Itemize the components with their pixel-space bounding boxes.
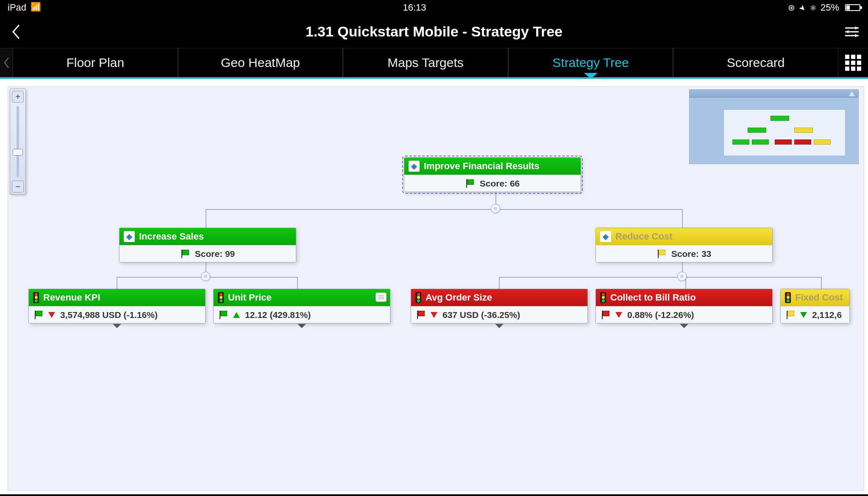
page-title: 1.31 Quickstart Mobile - Strategy Tree [25, 23, 843, 40]
status-time: 16:13 [41, 2, 788, 13]
expand-toggle[interactable] [298, 324, 306, 328]
zoom-thumb[interactable] [13, 149, 23, 156]
trend-down-icon [48, 312, 55, 318]
app-navbar: 1.31 Quickstart Mobile - Strategy Tree [0, 15, 868, 48]
connector-junction[interactable] [677, 272, 687, 281]
tab-maps-targets[interactable]: Maps Targets [343, 48, 508, 77]
connector [499, 277, 500, 289]
node-increase-sales[interactable]: ◈ Increase Sales Score: 99 [119, 228, 296, 262]
tab-label: Floor Plan [66, 56, 124, 70]
tab-floor-plan[interactable]: Floor Plan [13, 48, 178, 77]
node-header: Fixed Cost [781, 289, 849, 306]
grid-icon [845, 55, 861, 71]
node-title: Fixed Cost [795, 292, 843, 303]
node-body: 2,112,6 [781, 306, 849, 323]
node-revenue-kpi[interactable]: Revenue KPI 3,574,988 USD (-1.16%) [28, 289, 206, 323]
expand-toggle[interactable] [495, 324, 504, 328]
tab-label: Maps Targets [387, 56, 464, 70]
flag-icon [657, 249, 666, 259]
flag-icon [181, 249, 190, 259]
node-collect-to-bill[interactable]: Collect to Bill Ratio 0.88% (-12.26%) [595, 289, 773, 323]
kpi-value: 2,112,6 [812, 310, 842, 320]
node-header: Revenue KPI [29, 289, 205, 306]
node-title: Improve Financial Results [424, 161, 540, 172]
trend-down-icon [431, 312, 437, 318]
node-body: 12.12 (429.81%) [214, 306, 390, 323]
svg-marker-3 [846, 30, 849, 33]
strategy-tree-canvas[interactable]: + − [8, 86, 864, 490]
battery-percent: 25% [821, 2, 839, 13]
node-title: Unit Price [228, 292, 272, 303]
svg-marker-6 [849, 91, 855, 96]
expand-toggle[interactable] [113, 324, 121, 328]
flag-icon [34, 310, 43, 320]
comment-icon[interactable] [376, 293, 387, 302]
back-button[interactable] [8, 23, 25, 40]
minimap[interactable] [689, 89, 859, 164]
traffic-light-icon [600, 292, 606, 303]
connector [297, 277, 298, 289]
node-title: Revenue KPI [43, 292, 100, 303]
kpi-value: 0.88% (-12.26%) [627, 310, 694, 320]
node-header: Unit Price [214, 289, 390, 306]
bluetooth-icon [810, 2, 816, 13]
flag-icon [416, 310, 426, 320]
node-body: 0.88% (-12.26%) [596, 306, 772, 323]
node-body: Score: 66 [404, 175, 581, 192]
minimap-viewport[interactable] [723, 109, 846, 156]
svg-marker-1 [855, 26, 858, 30]
node-body: 3,574,988 USD (-1.16%) [29, 306, 205, 323]
tab-label: Scorecard [727, 56, 785, 70]
tab-label: Strategy Tree [553, 56, 629, 70]
canvas-container: + − [0, 79, 868, 494]
battery-icon [845, 4, 860, 11]
connector [821, 277, 822, 289]
zoom-track[interactable] [17, 106, 19, 177]
connector [682, 209, 683, 228]
ios-status-bar: iPad 16:13 25% [0, 0, 868, 15]
minimap-titlebar[interactable] [690, 90, 858, 98]
node-score: Score: 99 [195, 249, 235, 259]
node-body: 637 USD (-36.25%) [411, 306, 587, 323]
expand-toggle[interactable] [680, 324, 688, 328]
node-header: Avg Order Size [411, 289, 587, 306]
tab-grid-button[interactable] [838, 48, 868, 77]
flag-icon [786, 310, 795, 320]
kpi-value: 12.12 (429.81%) [245, 310, 311, 320]
objective-icon: ◈ [124, 231, 135, 242]
connector-junction[interactable] [491, 204, 500, 213]
svg-marker-5 [855, 34, 858, 37]
device-label: iPad [8, 2, 26, 13]
node-body: Score: 33 [596, 245, 772, 262]
node-avg-order-size[interactable]: Avg Order Size 637 USD (-36.25%) [411, 289, 588, 323]
node-header: ◈ Reduce Cost [596, 228, 772, 245]
minimap-collapse-icon [849, 91, 855, 96]
connector [206, 209, 683, 210]
traffic-light-icon [218, 292, 224, 303]
tab-scorecard[interactable]: Scorecard [673, 48, 838, 77]
node-unit-price[interactable]: Unit Price 12.12 (429.81%) [213, 289, 390, 323]
trend-down-icon [800, 312, 807, 318]
node-title: Reduce Cost [615, 231, 672, 242]
node-reduce-cost[interactable]: ◈ Reduce Cost Score: 33 [595, 228, 773, 262]
traffic-light-icon [33, 292, 39, 303]
kpi-value: 637 USD (-36.25%) [442, 310, 520, 320]
node-fixed-cost[interactable]: Fixed Cost 2,112,6 [780, 289, 850, 323]
node-improve-financial-results[interactable]: ◈ Improve Financial Results Score: 66 [404, 157, 581, 192]
connector-junction[interactable] [201, 272, 210, 281]
node-title: Increase Sales [139, 231, 204, 242]
tab-scroll-prev[interactable] [0, 48, 13, 77]
flag-icon [601, 310, 610, 320]
zoom-control: + − [10, 89, 26, 195]
zoom-in-button[interactable]: + [12, 91, 24, 103]
connector [206, 209, 206, 228]
tab-geo-heatmap[interactable]: Geo HeatMap [178, 48, 343, 77]
trend-down-icon [615, 312, 622, 318]
node-score: Score: 66 [480, 178, 520, 189]
zoom-out-button[interactable]: − [12, 181, 24, 192]
filter-button[interactable] [843, 23, 860, 40]
wifi-icon [31, 2, 41, 13]
connector [499, 277, 821, 278]
tab-strategy-tree[interactable]: Strategy Tree [508, 48, 673, 77]
traffic-light-icon [415, 292, 421, 303]
